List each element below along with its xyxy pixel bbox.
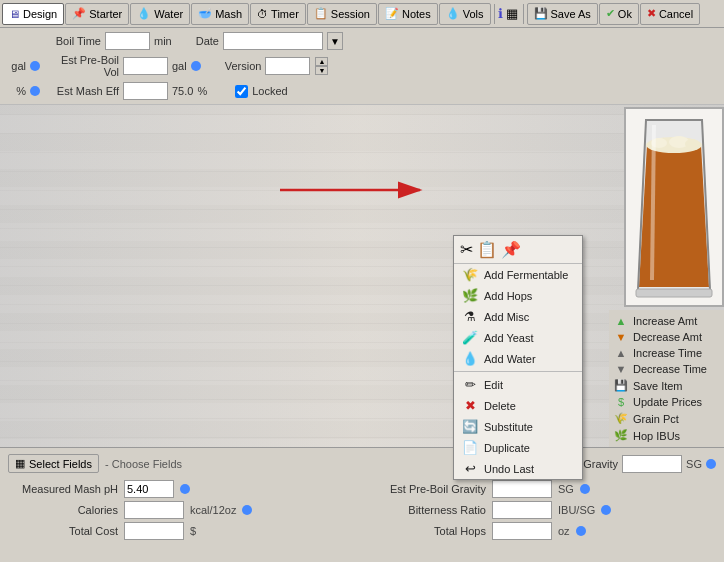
edit-button[interactable]: ✏ Edit (454, 374, 582, 395)
est-preboil-input[interactable] (123, 57, 168, 75)
info-icon[interactable]: ℹ (498, 6, 503, 21)
session-button[interactable]: 📋 Session (307, 3, 377, 25)
decrease-time-label: Decrease Time (633, 363, 707, 375)
grid-icon[interactable]: ▦ (506, 6, 518, 21)
est-final-gravity-unit: SG (686, 458, 702, 470)
mash-ph-row: Measured Mash pH (8, 480, 358, 498)
grain-pct-button[interactable]: 🌾 Grain Pct (613, 411, 720, 426)
calories-row: Calories kcal/12oz (8, 501, 358, 519)
mash-button[interactable]: 🥣 Mash (191, 3, 249, 25)
duplicate-label: Duplicate (484, 442, 530, 454)
delete-button[interactable]: ✖ Delete (454, 395, 582, 416)
bitterness-ratio-label: Bitterness Ratio (366, 504, 486, 516)
delete-label: Delete (484, 400, 516, 412)
timer-button[interactable]: ⏱ Timer (250, 3, 306, 25)
version-up[interactable]: ▲ (315, 57, 328, 66)
vols-button[interactable]: 💧 Vols (439, 3, 491, 25)
session-icon: 📋 (314, 7, 328, 20)
ok-icon: ✔ (606, 7, 615, 20)
est-final-gravity-input[interactable] (622, 455, 682, 473)
increase-time-button[interactable]: ▲ Increase Time (613, 346, 720, 360)
mash-ph-input[interactable] (124, 480, 174, 498)
est-preboil-gravity-row: Est Pre-Boil Gravity SG (366, 480, 716, 498)
right-sidebar: ▲ Increase Amt ▼ Decrease Amt ▲ Increase… (609, 310, 724, 447)
substitute-icon: 🔄 (462, 419, 478, 434)
copy-button[interactable]: 📋 (477, 240, 497, 259)
est-preboil-gravity-unit: SG (558, 483, 574, 495)
est-mash-input[interactable] (123, 82, 168, 100)
design-label: Design (23, 8, 57, 20)
undo-last-button[interactable]: ↩ Undo Last (454, 458, 582, 479)
select-fields-button[interactable]: ▦ Select Fields (8, 454, 99, 473)
duplicate-icon: 📄 (462, 440, 478, 455)
design-button[interactable]: 🖥 Design (2, 3, 64, 25)
notes-label: Notes (402, 8, 431, 20)
add-hops-button[interactable]: 🌿 Add Hops (454, 285, 582, 306)
boil-time-row: Boil Time min Date ▼ (6, 32, 343, 50)
add-misc-button[interactable]: ⚗ Add Misc (454, 306, 582, 327)
misc-icon: ⚗ (462, 309, 478, 324)
calories-label: Calories (8, 504, 118, 516)
locked-label: Locked (252, 85, 287, 97)
est-preboil-gravity-input[interactable] (492, 480, 552, 498)
water-ctx-icon: 💧 (462, 351, 478, 366)
hops-icon: 🌿 (462, 288, 478, 303)
notes-icon: 📝 (385, 7, 399, 20)
total-hops-input[interactable] (492, 522, 552, 540)
add-misc-label: Add Misc (484, 311, 529, 323)
increase-amt-button[interactable]: ▲ Increase Amt (613, 314, 720, 328)
hop-ibus-button[interactable]: 🌿 Hop IBUs (613, 428, 720, 443)
total-cost-label: Total Cost (8, 525, 118, 537)
undo-icon: ↩ (462, 461, 478, 476)
substitute-button[interactable]: 🔄 Substitute (454, 416, 582, 437)
starter-label: Starter (89, 8, 122, 20)
date-dropdown[interactable]: ▼ (327, 32, 343, 50)
increase-amt-label: Increase Amt (633, 315, 697, 327)
add-hops-label: Add Hops (484, 290, 532, 302)
add-yeast-button[interactable]: 🧪 Add Yeast (454, 327, 582, 348)
date-input[interactable] (223, 32, 323, 50)
bitterness-ratio-input[interactable] (492, 501, 552, 519)
design-icon: 🖥 (9, 8, 20, 20)
content-area: ✂ 📋 📌 🌾 Add Fermentable 🌿 Add Hops ⚗ Add… (0, 105, 724, 475)
save-as-button[interactable]: 💾 Save As (527, 3, 598, 25)
starter-icon: 📌 (72, 7, 86, 20)
duplicate-button[interactable]: 📄 Duplicate (454, 437, 582, 458)
boil-time-unit: min (154, 35, 172, 47)
ok-button[interactable]: ✔ Ok (599, 3, 639, 25)
mash-label: Mash (215, 8, 242, 20)
preboil-dot2 (191, 61, 201, 71)
paste-button[interactable]: 📌 (501, 240, 521, 259)
calories-input[interactable] (124, 501, 184, 519)
epg-dot (580, 484, 590, 494)
save-item-icon: 💾 (613, 379, 629, 392)
mash-ph-dot (180, 484, 190, 494)
save-item-button[interactable]: 💾 Save Item (613, 378, 720, 393)
water-button[interactable]: 💧 Water (130, 3, 190, 25)
add-fermentable-button[interactable]: 🌾 Add Fermentable (454, 264, 582, 285)
mash-icon: 🥣 (198, 7, 212, 20)
update-prices-icon: $ (613, 396, 629, 408)
version-input[interactable]: 1.0 (265, 57, 310, 75)
cancel-button[interactable]: ✖ Cancel (640, 3, 700, 25)
boil-time-input[interactable] (105, 32, 150, 50)
boil-time-label: Boil Time (6, 35, 101, 47)
est-mash-label: Est Mash Eff (44, 85, 119, 97)
context-menu: ✂ 📋 📌 🌾 Add Fermentable 🌿 Add Hops ⚗ Add… (453, 235, 583, 480)
starter-button[interactable]: 📌 Starter (65, 3, 129, 25)
cut-button[interactable]: ✂ (460, 240, 473, 259)
add-water-button[interactable]: 💧 Add Water (454, 348, 582, 369)
notes-button[interactable]: 📝 Notes (378, 3, 438, 25)
toolbar-sep1 (494, 4, 495, 24)
bitterness-ratio-unit: IBU/SG (558, 504, 595, 516)
save-icon: 💾 (534, 7, 548, 20)
decrease-time-button[interactable]: ▼ Decrease Time (613, 362, 720, 376)
form-area: Boil Time min Date ▼ gal Est Pre-Boil Vo… (0, 28, 724, 105)
decrease-amt-button[interactable]: ▼ Decrease Amt (613, 330, 720, 344)
version-down[interactable]: ▼ (315, 66, 328, 75)
total-cost-input[interactable] (124, 522, 184, 540)
update-prices-button[interactable]: $ Update Prices (613, 395, 720, 409)
locked-checkbox[interactable] (235, 85, 248, 98)
yeast-icon: 🧪 (462, 330, 478, 345)
water-icon: 💧 (137, 7, 151, 20)
